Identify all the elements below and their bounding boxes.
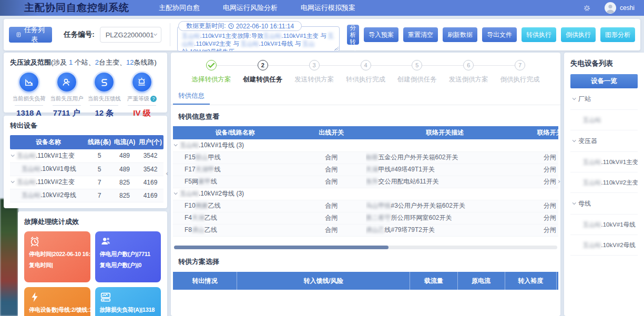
- card-line-1: 停电时间|2022-06-10 16:11: [29, 250, 86, 258]
- process-stepper: 选择转供方案2创建转供任务3发送转供方案4转供执行完成5创建倒供任务6发送倒供方…: [171, 53, 560, 84]
- chevron-down-icon[interactable]: [573, 96, 576, 100]
- toolbar-button-cyan-1[interactable]: 转供执行: [522, 27, 556, 42]
- chevron-down-icon[interactable]: [573, 138, 576, 142]
- expand-right-panel-handle[interactable]: ›: [558, 177, 560, 185]
- chevron-down-icon[interactable]: [11, 179, 15, 183]
- tree-node-1[interactable]: 厂站: [570, 88, 638, 110]
- step-number: 2: [258, 60, 268, 70]
- table-row[interactable]: F5网夏甲线合闸东升交公用配电站611开关分闸18233(2)37未执行F16马: [173, 176, 558, 188]
- horizontal-scrollbar[interactable]: [174, 246, 557, 249]
- nav-menu-3[interactable]: 电网运行模拟预案: [301, 3, 355, 13]
- tree-leaf[interactable]: 五山站.110kV#1主变: [570, 152, 638, 172]
- fault-info-group: 数据更新时间: 2022-06-10 16:11:14 五山站.110kV#1主…: [177, 25, 339, 49]
- lines-cell: 5: [87, 149, 112, 162]
- divider: [15, 105, 43, 106]
- column-header: 载流量: [410, 272, 457, 290]
- divider: [170, 23, 170, 46]
- link-switch-desc-cell: 马山甲线#3公用户外开关箱602开关: [366, 200, 524, 212]
- tree-leaf[interactable]: 五山站.10kV#2母线: [570, 235, 638, 256]
- clock-icon: [228, 23, 234, 29]
- table-row[interactable]: F15联山甲线合闸创星五金公用户外开关箱602开关分闸01(1)176未执行F1…: [173, 151, 558, 164]
- table-row[interactable]: 五山站.10kV#1母线54893542: [10, 162, 163, 176]
- feeder-name-cell: F8虎山乙线: [173, 224, 297, 236]
- transfer-out-table: 设备名称线路(条)电流(A)用户(个) 五山站.110kV#1主变5489354…: [10, 135, 163, 202]
- column-header[interactable]: 当前负载比: [556, 272, 558, 290]
- table-row[interactable]: F8虎山乙线合闸虎山乙线#79塔79T2开关分闸28933(1)97未执行F5和…: [173, 224, 558, 236]
- step-1-done[interactable]: 选择转供方案: [186, 60, 237, 84]
- step-5-pending[interactable]: 5创建倒供任务: [391, 60, 443, 84]
- task-list-button[interactable]: 任务列表: [9, 27, 52, 43]
- toolbar-button-blue-3[interactable]: 重置清空: [403, 27, 438, 42]
- group-label-cell: 五山站.10kV#2母线 (3): [173, 188, 558, 200]
- link-switch-desc-cell: 第二看守所公用环网室602开关: [366, 212, 524, 224]
- step-number: 7: [515, 60, 525, 70]
- column-header: 联络开关: [524, 126, 558, 139]
- chevron-down-icon[interactable]: [11, 153, 15, 157]
- group-row[interactable]: 五山站.10kV#1母线 (3): [173, 139, 558, 151]
- tree-node-3[interactable]: 母线: [570, 193, 638, 215]
- table-row[interactable]: 五山站.110kV#1主变54893542: [10, 149, 163, 162]
- device-overview-header[interactable]: 设备一览: [570, 74, 638, 88]
- link-switch-cell: 分闸: [524, 200, 558, 212]
- step-number: 4: [361, 60, 371, 70]
- tree-leaf[interactable]: 五山站: [570, 110, 638, 130]
- link-switch-cell: 分闸: [524, 224, 558, 236]
- scrollbar-thumb[interactable]: [174, 246, 389, 249]
- stat-label: 当前失压馈线: [88, 95, 121, 103]
- step-4-pending[interactable]: 4转供执行完成: [340, 60, 392, 84]
- nav-menu-2[interactable]: 电网运行风险分析: [223, 3, 278, 13]
- feeder-name-cell: F5网夏甲线: [173, 176, 297, 188]
- transfer-out-title: 转出设备: [10, 121, 161, 130]
- impact-stat-1: 当前损失负荷1318 A: [11, 73, 47, 118]
- chevron-down-icon[interactable]: [174, 191, 178, 195]
- step-label: 创建倒供任务: [397, 75, 437, 84]
- toolbar-button-cyan-3[interactable]: 图形分析: [600, 27, 635, 42]
- current-cell: 489: [112, 149, 137, 162]
- device-name-cell: 五山站.110kV#2主变: [10, 176, 87, 189]
- users-icon: [100, 236, 157, 247]
- device-name-cell: 五山站.110kV#1主变: [10, 149, 87, 162]
- table-row[interactable]: 五山站.110kV#2主变78254169: [10, 176, 163, 189]
- toolbar-button-blue-4[interactable]: 刷新数据: [443, 27, 477, 42]
- table-row[interactable]: F10网夏乙线合闸马山甲线#3公用户外开关箱602开关分闸3702(1)24未执…: [173, 200, 558, 212]
- gear-icon[interactable]: [583, 4, 591, 12]
- toolbar-button-blue-5[interactable]: 导出文件: [482, 27, 517, 42]
- tree-leaf[interactable]: 五山站.10kV#1母线: [570, 215, 638, 235]
- lines-cell: 5: [87, 162, 112, 176]
- out-switch-cell: 合闸: [297, 200, 365, 212]
- out-switch-cell: 合闸: [297, 151, 365, 164]
- users-cell: 3542: [137, 149, 163, 162]
- nav-menu-1[interactable]: 主配协同自愈: [159, 3, 200, 13]
- step-6-pending[interactable]: 6发送倒供方案: [443, 60, 494, 84]
- group-row[interactable]: 五山站.10kV#2母线 (3): [173, 188, 558, 200]
- toolbar-button-blue-1[interactable]: 分析转出馈线 转供电方案: [347, 25, 360, 45]
- step-2-active[interactable]: 2创建转供任务: [237, 60, 289, 84]
- table-row[interactable]: F17天湖甲线合闸天湖甲线#49塔49T1开关分闸954(3)171未执行F7天…: [173, 164, 558, 176]
- link-switch-desc-cell: 天湖甲线#49塔49T1开关: [366, 164, 524, 176]
- step-3-pending[interactable]: 3发送转供方案: [289, 60, 340, 84]
- power-loss-device-panel: 失电设备列表 设备一览 厂站五山站变压器五山站.110kV#1主变五山站.110…: [564, 53, 644, 316]
- help-icon[interactable]: ?: [150, 96, 157, 102]
- device-name-cell: 五山站.10kV#2母线: [10, 189, 87, 202]
- fault-stats-panel: 故障处理统计成效 停电时间|2022-06-10 16:11复电时间|停电用户数…: [18, 211, 167, 316]
- group-label-cell: 五山站.10kV#1母线 (3): [173, 139, 558, 151]
- resize-grip-icon[interactable]: [334, 46, 339, 50]
- toolbar-button-blue-2[interactable]: 导入预案: [364, 27, 398, 42]
- toolbar-button-cyan-2[interactable]: 倒供执行: [561, 27, 596, 42]
- divider: [53, 105, 81, 106]
- tree-node-2[interactable]: 变压器: [570, 130, 638, 152]
- step-7-pending[interactable]: 7倒供执行完成: [494, 60, 546, 84]
- table-row[interactable]: 五山站.10kV#2母线78254169: [10, 189, 163, 202]
- card-line-2: 复电用户数(户)|0: [100, 261, 157, 269]
- table-row[interactable]: F4天湖乙线合闸第二看守所公用环网室602开关分闸1653(2)33未执行F8看…: [173, 212, 558, 224]
- impact-panel: 失压波及范围(涉及 1 个站、2台主变、12条线路) 当前损失负荷1318 A当…: [4, 53, 167, 113]
- chevron-down-icon[interactable]: [573, 201, 576, 205]
- device-tree: 厂站五山站变压器五山站.110kV#1主变五山站.110kV#2主变母线五山站.…: [570, 88, 638, 256]
- chevron-down-icon[interactable]: [174, 142, 178, 146]
- step-label: 倒供执行完成: [500, 75, 540, 84]
- collapse-left-panel-handle[interactable]: ‹: [166, 169, 168, 177]
- task-no-select[interactable]: PLZG22000001: [100, 27, 161, 43]
- tab-transfer-info[interactable]: 转供信息: [173, 89, 210, 105]
- tree-leaf[interactable]: 五山站.110kV#2主变: [570, 172, 638, 193]
- user-chip[interactable]: ceshi: [605, 2, 635, 14]
